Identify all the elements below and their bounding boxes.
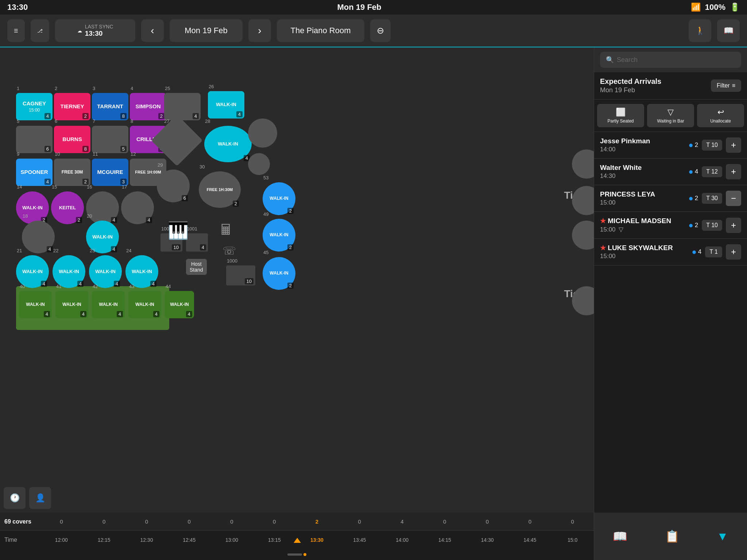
table-9-count: 4 bbox=[44, 179, 51, 185]
table-1000[interactable]: 1000 10 bbox=[226, 265, 255, 285]
table-43[interactable]: 43 WALK-IN 4 bbox=[128, 291, 161, 318]
date-label: Mon 19 Feb bbox=[185, 26, 227, 35]
filter-button[interactable]: Filter ≡ bbox=[711, 79, 741, 92]
table-2-count: 2 bbox=[82, 113, 89, 119]
table-6[interactable]: 6 BURNS 8 bbox=[54, 126, 90, 153]
table-30[interactable]: 30 FREE 1H:30M 2 bbox=[199, 171, 241, 208]
waiting-bar-button[interactable]: ▽ Waiting in Bar bbox=[647, 104, 694, 127]
arrival-add-luke[interactable]: + bbox=[726, 244, 741, 260]
date-button[interactable]: Mon 19 Feb bbox=[170, 19, 243, 42]
tc-7: 0 bbox=[338, 518, 381, 525]
table-11[interactable]: 11 MCGUIRE 3 bbox=[92, 159, 128, 186]
table-45[interactable]: 45 WALK-IN 2 bbox=[263, 257, 295, 290]
table-2[interactable]: 2 TIERNEY 2 bbox=[54, 93, 90, 120]
table-center-r1[interactable] bbox=[248, 118, 277, 148]
restrict-button[interactable]: ⊖ bbox=[370, 19, 391, 42]
table-23[interactable]: 23 WALK-IN 4 bbox=[89, 255, 122, 288]
floor-plan[interactable]: 1 CAGNEY 15:00 4 2 TIERNEY 2 3 TARRANT 8… bbox=[0, 47, 594, 513]
add-person-button[interactable]: 🚶 bbox=[689, 19, 711, 42]
table-21[interactable]: 21 WALK-IN 4 bbox=[16, 255, 49, 288]
table-5[interactable]: 5 6 bbox=[16, 126, 53, 153]
table-4-count: 2 bbox=[158, 113, 165, 119]
arrival-name-madsen: ★ MICHAEL MADSEN bbox=[600, 217, 685, 225]
table-16-number: 16 bbox=[87, 184, 92, 190]
table-28[interactable]: 28 WALK-IN 4 bbox=[204, 126, 252, 162]
table-4[interactable]: 4 SIMPSON 2 bbox=[130, 93, 166, 120]
table-center-r2[interactable] bbox=[248, 153, 270, 175]
calculator-icon: 🖩 bbox=[219, 222, 233, 238]
table-53[interactable]: 53 WALK-IN 2 bbox=[263, 182, 295, 215]
add-guest-button[interactable]: 👤 bbox=[29, 487, 51, 509]
tl-11: 14:45 bbox=[508, 537, 551, 543]
host-stand[interactable]: HostStand bbox=[186, 259, 207, 275]
arrival-walter-white[interactable]: Walter White 14:30 ● 4 T 12 + bbox=[594, 159, 747, 185]
table-26[interactable]: 26 WALK-IN 4 bbox=[208, 91, 244, 118]
table-44[interactable]: 44 WALK-IN 4 bbox=[165, 291, 194, 318]
table-40-count: 4 bbox=[44, 311, 50, 317]
table-16[interactable]: 16 4 bbox=[86, 191, 119, 224]
table-41[interactable]: 41 WALK-IN 4 bbox=[55, 291, 88, 318]
arrival-add-walter[interactable]: + bbox=[726, 164, 741, 179]
search-input[interactable]: 🔍 Search bbox=[600, 52, 741, 68]
table-15-count: 2 bbox=[76, 217, 82, 223]
table-40[interactable]: 40 WALK-IN 4 bbox=[19, 291, 52, 318]
partly-seated-button[interactable]: ⬜ Partly Seated bbox=[597, 104, 644, 127]
arrival-add-jesse[interactable]: + bbox=[726, 137, 741, 153]
search-icon: 🔍 bbox=[606, 56, 614, 64]
arrival-jesse-pinkman[interactable]: Jesse Pinkman 14:00 ● 2 T 10 + bbox=[594, 132, 747, 159]
table-42[interactable]: 42 WALK-IN 4 bbox=[92, 291, 125, 318]
table-15-name: KEITEL bbox=[59, 205, 76, 210]
arrival-name-luke: ★ LUKE SKYWALKER bbox=[600, 244, 688, 252]
table-49[interactable]: 49 WALK-IN 2 bbox=[263, 219, 295, 252]
menu-button[interactable]: ☰ bbox=[7, 19, 25, 42]
covers-label: 69 covers bbox=[0, 518, 40, 525]
unallocate-button[interactable]: ↩ Unallocate bbox=[697, 104, 744, 127]
table-29[interactable]: 29 6 bbox=[157, 170, 190, 202]
arrival-princess-leya[interactable]: PRINCESS LEYA 15:00 ● 2 T 30 − bbox=[594, 185, 747, 212]
table-edge-1[interactable] bbox=[572, 149, 594, 179]
table-24[interactable]: 24 WALK-IN 4 bbox=[125, 255, 158, 288]
arrival-minus-leya[interactable]: − bbox=[726, 191, 741, 206]
arrivals-list: Jesse Pinkman 14:00 ● 2 T 10 + Walter Wh… bbox=[594, 132, 747, 513]
table-edge-3[interactable] bbox=[572, 221, 594, 250]
search-placeholder: Search bbox=[617, 56, 638, 64]
table-9[interactable]: 9 SPOONER 4 bbox=[16, 159, 53, 186]
tc-3: 0 bbox=[168, 518, 210, 525]
table-25[interactable]: 25 4 bbox=[164, 93, 201, 120]
table-3-count: 8 bbox=[120, 113, 127, 119]
arrival-add-madsen[interactable]: + bbox=[726, 218, 741, 233]
table-18[interactable]: 18 4 bbox=[22, 221, 55, 253]
next-date-button[interactable]: › bbox=[248, 19, 271, 42]
footer-tab-list[interactable]: 📋 bbox=[665, 529, 680, 543]
clock-button[interactable]: 🕐 bbox=[4, 487, 26, 509]
footer-tab-chevron[interactable]: ▼ bbox=[717, 530, 728, 543]
table-14[interactable]: 14 WALK-IN 2 bbox=[16, 191, 49, 224]
table-1[interactable]: 1 CAGNEY 15:00 4 bbox=[16, 93, 53, 120]
table-15[interactable]: 15 KEITEL 2 bbox=[51, 191, 84, 224]
book-button[interactable]: 📖 bbox=[717, 19, 740, 42]
menu-icon: ☰ bbox=[14, 28, 18, 34]
prev-date-button[interactable]: ‹ bbox=[141, 19, 164, 42]
table-7[interactable]: 7 5 bbox=[92, 126, 128, 153]
arrival-luke-skywalker[interactable]: ★ LUKE SKYWALKER 15:00 ● 4 T 1 + bbox=[594, 239, 747, 265]
room-button[interactable]: The Piano Room bbox=[277, 19, 364, 42]
table-30-name: FREE 1H:30M bbox=[207, 187, 233, 192]
arrival-info-jesse: Jesse Pinkman 14:00 bbox=[600, 137, 685, 153]
tl-3: 12:45 bbox=[168, 537, 210, 543]
table-12-name: FREE 1H:00M bbox=[135, 170, 161, 174]
arrival-covers-jesse: ● 2 bbox=[689, 140, 698, 150]
share-button[interactable]: ⎇ bbox=[31, 19, 49, 42]
arrival-michael-madsen[interactable]: ★ MICHAEL MADSEN 15:00 ▽ ● 2 T 10 + bbox=[594, 212, 747, 239]
table-15-number: 15 bbox=[52, 184, 57, 190]
table-10[interactable]: 10 FREE 30M 2 bbox=[54, 159, 90, 186]
table-22[interactable]: 22 WALK-IN 4 bbox=[53, 255, 85, 288]
tc-5: 0 bbox=[253, 518, 296, 525]
table-1001[interactable]: 1001 4 bbox=[186, 233, 208, 252]
table-17[interactable]: 17 4 bbox=[121, 191, 154, 224]
bottom-area: 69 covers 0 0 0 0 0 0 2 0 4 0 0 0 0 Time bbox=[0, 513, 747, 560]
footer-tab-floor[interactable]: 📖 bbox=[613, 529, 627, 543]
arrivals-title: Expected Arrivals Mon 19 Feb bbox=[600, 77, 661, 94]
table-20-name: WALK-IN bbox=[92, 234, 113, 240]
table-3[interactable]: 3 TARRANT 8 bbox=[92, 93, 128, 120]
sync-button[interactable]: ☁ LAST SYNC 13:30 bbox=[55, 19, 135, 42]
